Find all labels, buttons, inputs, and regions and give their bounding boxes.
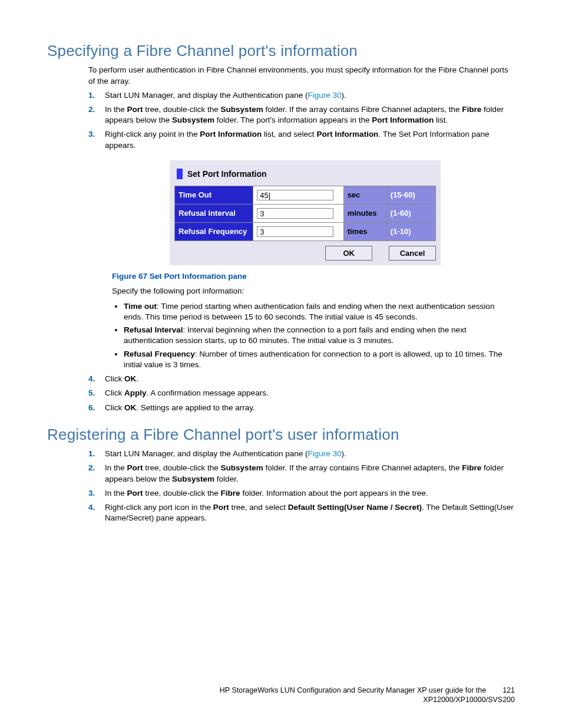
bold: Subsystem <box>221 105 263 114</box>
text: ). <box>342 449 346 458</box>
pane-title-marker-icon <box>177 169 183 179</box>
text: tree, double-click the <box>143 463 221 472</box>
bold: Subsystem <box>172 116 214 124</box>
figure-caption: Figure 67 Set Port Information pane <box>112 271 515 282</box>
input-refusal-interval-cell: 3 <box>253 204 343 222</box>
bold: Fibre <box>221 489 240 498</box>
s2-step2: In the Port tree, double-click the Subsy… <box>88 463 515 484</box>
input-refusal-frequency[interactable]: 3 <box>257 226 333 237</box>
input-timeout[interactable]: 45| <box>257 190 333 200</box>
s1-step1: Start LUN Manager, and display the Authe… <box>88 90 515 101</box>
input-timeout-cell: 45| <box>253 186 343 204</box>
s1-step6: Click OK. Settings are applied to the ar… <box>88 403 515 413</box>
bold: Refusal Interval <box>124 325 183 334</box>
bold: Port Information <box>316 130 378 139</box>
section2-title: Registering a Fibre Channel port's user … <box>47 424 515 445</box>
text: Click <box>105 388 124 397</box>
text: Right-click any point in the <box>105 130 200 139</box>
s1-step3: Right-click any point in the Port Inform… <box>88 129 515 370</box>
unit-refusal-interval: minutes <box>343 204 386 222</box>
bold: Port <box>127 105 143 114</box>
text: list, and select <box>262 130 316 139</box>
text: folder. <box>214 475 239 483</box>
cancel-button[interactable]: Cancel <box>389 246 436 261</box>
text: Start LUN Manager, and display the Authe… <box>105 449 308 458</box>
set-port-info-pane-wrap: Set Port Information Time Out 45| sec (1… <box>170 160 515 265</box>
unit-timeout: sec <box>343 186 386 204</box>
row-timeout: Time Out 45| sec (15-60) <box>175 186 436 204</box>
page-number: 121 <box>503 686 515 695</box>
spec-bullets: Time out: Time period starting when auth… <box>124 301 515 370</box>
range-refusal-frequency: (1-10) <box>386 222 435 241</box>
unit-refusal-frequency: times <box>343 222 386 241</box>
text: In the <box>105 463 127 472</box>
text: folder. If the array contains Fibre Chan… <box>263 463 462 472</box>
bold: Default Setting(User Name / Secret) <box>288 503 422 512</box>
text: Right-click any port icon in the <box>105 503 213 512</box>
label-refusal-frequency: Refusal Frequency <box>175 222 253 241</box>
s2-step1: Start LUN Manager, and display the Authe… <box>88 449 515 459</box>
section2-steps: Start LUN Manager, and display the Authe… <box>88 449 515 523</box>
figure-30-link[interactable]: Figure 30 <box>308 91 341 100</box>
bold: Fibre <box>462 105 481 114</box>
ok-button[interactable]: OK <box>325 246 372 261</box>
spec-desc: Specify the following port information: <box>112 286 515 297</box>
text: In the <box>105 105 127 114</box>
text: list. <box>434 116 448 124</box>
pane-title: Set Port Information <box>187 169 267 180</box>
text: tree, double-click the <box>143 489 221 498</box>
label-refusal-interval: Refusal Interval <box>175 204 253 222</box>
text: folder. The port's information appears i… <box>214 116 372 124</box>
s2-step4: Right-click any port icon in the Port tr… <box>88 502 515 523</box>
s1-step4: Click OK. <box>88 374 515 384</box>
bullet-refusal-interval: Refusal Interval: Interval beginning whe… <box>124 325 515 346</box>
bold: Apply <box>124 388 147 397</box>
pane-title-row: Set Port Information <box>174 165 436 186</box>
bold: OK <box>124 403 136 412</box>
text: tree, and select <box>229 503 288 512</box>
bold: Port Information <box>200 130 262 139</box>
text: folder. Information about the port appea… <box>240 489 428 498</box>
bold: OK <box>124 374 136 383</box>
label-timeout: Time Out <box>175 186 253 204</box>
s2-step3: In the Port tree, double-click the Fibre… <box>88 488 515 499</box>
bullet-refusal-frequency: Refusal Frequency: Number of times authe… <box>124 349 515 370</box>
s1-step2: In the Port tree, double-click the Subsy… <box>88 104 515 126</box>
text: . Settings are applied to the array. <box>136 403 255 412</box>
bold: Refusal Frequency <box>124 350 195 358</box>
bold: Port <box>213 503 229 512</box>
text: In the <box>105 489 127 498</box>
document-page: Specifying a Fibre Channel port's inform… <box>0 0 562 728</box>
text: ). <box>342 91 346 100</box>
section1-intro: To perform user authentication in Fibre … <box>88 65 515 86</box>
bold: Port <box>127 489 143 498</box>
bold: Subsystem <box>172 475 214 483</box>
text: tree, double-click the <box>143 105 221 114</box>
bold: Subsystem <box>221 463 263 472</box>
section1-title: Specifying a Fibre Channel port's inform… <box>47 40 515 61</box>
pane-table: Time Out 45| sec (15-60) Refusal Interva… <box>174 186 436 241</box>
footer-line2: XP12000/XP10000/SVS200 <box>423 696 515 704</box>
row-refusal-frequency: Refusal Frequency 3 times (1-10) <box>175 222 436 241</box>
figure-30-link-2[interactable]: Figure 30 <box>308 449 341 458</box>
s1-step5: Click Apply. A confirmation message appe… <box>88 388 515 398</box>
bold: Port <box>127 463 143 472</box>
bold: Port Information <box>372 116 434 124</box>
text: Start LUN Manager, and display the Authe… <box>105 91 308 100</box>
text: Click <box>105 374 124 383</box>
input-refusal-interval[interactable]: 3 <box>257 208 333 219</box>
bullet-timeout: Time out: Time period starting when auth… <box>124 301 515 322</box>
row-refusal-interval: Refusal Interval 3 minutes (1-60) <box>175 204 436 222</box>
page-footer: HP StorageWorks LUN Configuration and Se… <box>220 686 515 705</box>
range-timeout: (15-60) <box>386 186 435 204</box>
bold: Time out <box>124 302 157 311</box>
text: . A confirmation message appears. <box>147 388 269 397</box>
footer-line1: HP StorageWorks LUN Configuration and Se… <box>220 686 486 694</box>
range-refusal-interval: (1-60) <box>386 204 435 222</box>
pane-buttons: OK Cancel <box>174 241 436 263</box>
text: : Time period starting when authenticati… <box>124 302 494 321</box>
text: Click <box>105 403 124 412</box>
text: . <box>136 374 138 383</box>
text: folder. If the array contains Fibre Chan… <box>263 105 462 114</box>
set-port-info-pane: Set Port Information Time Out 45| sec (1… <box>170 160 441 265</box>
